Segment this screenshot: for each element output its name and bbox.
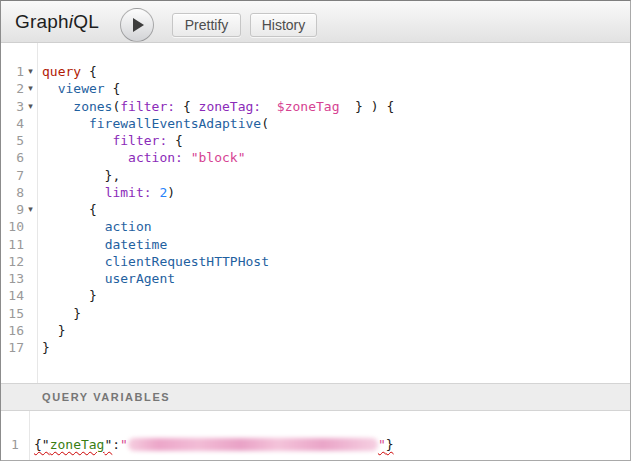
code-token: { [42, 202, 97, 217]
code-line[interactable]: limit: 2) [42, 184, 394, 201]
code-line[interactable]: viewer { [42, 80, 394, 97]
variables-code[interactable]: {"zoneTag":""} [34, 411, 394, 453]
code-line[interactable]: filter: { [42, 132, 394, 149]
code-token: viewer [58, 81, 105, 96]
code-token: } ) { [339, 99, 394, 114]
code-token: } [42, 323, 65, 338]
code-line[interactable]: } [42, 287, 394, 304]
line-number: 17 [1, 339, 24, 356]
code-line[interactable]: }, [42, 167, 394, 184]
code-token [42, 81, 58, 96]
variables-gutter: 1 [1, 411, 30, 460]
code-token: { [175, 99, 198, 114]
code-line[interactable]: { [42, 201, 394, 218]
code-line[interactable]: userAgent [42, 270, 394, 287]
code-line[interactable]: datetime [42, 236, 394, 253]
code-token [42, 185, 105, 200]
code-token [42, 254, 105, 269]
line-number: 16 [1, 322, 24, 339]
code-line[interactable]: } [42, 322, 394, 339]
code-token: filter: [112, 133, 167, 148]
code-token: {" [34, 437, 50, 452]
line-number: 14 [1, 287, 24, 304]
code-token: " [120, 437, 128, 452]
variables-editor[interactable]: 1 {"zoneTag":""} [1, 411, 630, 460]
fold-gutter-spacer [24, 149, 37, 166]
fold-gutter-spacer [19, 436, 29, 453]
code-token: action [105, 219, 152, 234]
code-token [42, 116, 89, 131]
code-line[interactable]: clientRequestHTTPHost [42, 253, 394, 270]
graphiql-window: GraphiQL Prettify History 1▾2▾3▾456789▾1… [0, 0, 631, 461]
code-token: userAgent [105, 271, 175, 286]
line-number: 1 [1, 63, 24, 80]
line-number: 12 [1, 253, 24, 270]
code-token: datetime [105, 237, 168, 252]
variables-header[interactable]: QUERY VARIABLES [1, 383, 630, 411]
code-line[interactable]: {"zoneTag":""} [34, 436, 394, 453]
query-code[interactable]: query { viewer { zones(filter: { zoneTag… [42, 43, 394, 356]
code-token [42, 271, 105, 286]
code-token: { [81, 64, 97, 79]
code-token: zones [73, 99, 112, 114]
code-token: limit: [105, 185, 152, 200]
code-token: "block" [191, 150, 246, 165]
fold-arrow-icon[interactable]: ▾ [24, 63, 37, 80]
code-line[interactable]: firewallEventsAdaptive( [42, 115, 394, 132]
fold-arrow-icon[interactable]: ▾ [24, 201, 37, 218]
query-editor[interactable]: 1▾2▾3▾456789▾1011121314151617 query { vi… [1, 43, 630, 383]
history-button[interactable]: History [250, 13, 317, 37]
code-token: } [42, 340, 50, 355]
code-line[interactable]: query { [42, 63, 394, 80]
fold-gutter-spacer [24, 339, 37, 356]
variables-title: QUERY VARIABLES [42, 391, 170, 403]
fold-gutter-spacer [24, 218, 37, 235]
code-line[interactable]: } [42, 305, 394, 322]
fold-gutter-spacer [24, 167, 37, 184]
code-token: ( [261, 116, 269, 131]
line-number: 4 [1, 115, 24, 132]
code-token [42, 219, 105, 234]
line-number: 11 [1, 236, 24, 253]
fold-arrow-icon[interactable]: ▾ [24, 80, 37, 97]
code-line[interactable]: action: "block" [42, 149, 394, 166]
code-token: }, [42, 168, 120, 183]
execute-button[interactable] [120, 8, 154, 42]
code-token: } [42, 288, 97, 303]
fold-gutter-spacer [24, 322, 37, 339]
code-token [261, 99, 277, 114]
fold-gutter-spacer [24, 132, 37, 149]
code-token: ) [167, 185, 175, 200]
code-token: firewallEventsAdaptive [89, 116, 261, 131]
line-number: 15 [1, 305, 24, 322]
prettify-button[interactable]: Prettify [172, 13, 241, 37]
fold-gutter-spacer [24, 253, 37, 270]
code-token: { [105, 81, 121, 96]
graphiql-logo: GraphiQL [15, 11, 99, 33]
line-number: 13 [1, 270, 24, 287]
code-token [42, 150, 128, 165]
line-number: 10 [1, 218, 24, 235]
fold-gutter-spacer [24, 305, 37, 322]
line-number: 1 [1, 436, 19, 453]
code-line[interactable]: action [42, 218, 394, 235]
code-token: action: [128, 150, 183, 165]
code-token: " [378, 437, 386, 452]
line-number: 3 [1, 98, 24, 115]
code-line[interactable]: } [42, 339, 394, 356]
code-token: } [386, 437, 394, 452]
code-token: query [42, 64, 81, 79]
logo-text-graph: Graph [15, 11, 69, 32]
line-number: 9 [1, 201, 24, 218]
toolbar: GraphiQL Prettify History [1, 1, 630, 43]
code-line[interactable]: zones(filter: { zoneTag: $zoneTag } ) { [42, 98, 394, 115]
line-number: 6 [1, 149, 24, 166]
fold-gutter-spacer [24, 115, 37, 132]
line-number: 8 [1, 184, 24, 201]
code-token: { [167, 133, 183, 148]
redacted-zone-id [128, 438, 378, 451]
fold-arrow-icon[interactable]: ▾ [24, 98, 37, 115]
code-token: zoneTag: [199, 99, 262, 114]
code-token: zoneTag [50, 437, 105, 452]
logo-text-ql: QL [73, 11, 99, 32]
